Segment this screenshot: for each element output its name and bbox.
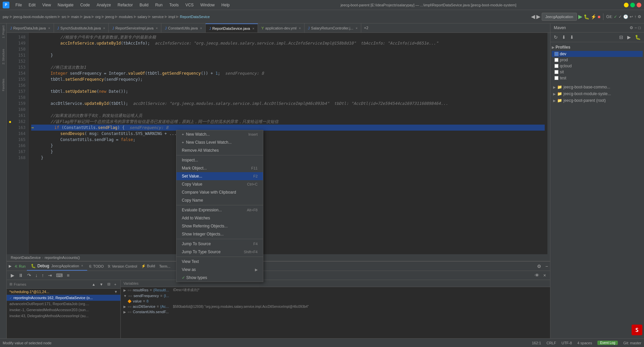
forward-icon[interactable]: ▶	[536, 13, 540, 20]
status-crlf[interactable]: CRLF	[546, 341, 556, 345]
project-tool[interactable]: 1: Project	[1, 23, 6, 40]
maven-profile-dev[interactable]: dev	[552, 51, 643, 57]
tab-reportserviceimpl[interactable]: J ReportServiceImpl.java ×	[109, 23, 161, 33]
status-position[interactable]: 162:1	[532, 341, 541, 345]
gutter-162-bp[interactable]: ●	[7, 119, 13, 125]
expand-sendfreq-icon[interactable]: ▼	[123, 294, 127, 298]
status-git[interactable]: Git: master	[623, 341, 641, 345]
structure-tool[interactable]: 2: Structure	[1, 47, 6, 67]
maven-debug-run-btn[interactable]: 🐛	[634, 34, 642, 41]
tab-constantutils[interactable]: J ConstantUtils.java ×	[161, 23, 206, 33]
ctx-mark-object[interactable]: Mark Object... F11	[176, 164, 263, 172]
step-into-btn[interactable]: ↓	[34, 272, 39, 279]
code-editor[interactable]: ● 148 149 150 151 152 153 154 155 156 15…	[7, 33, 550, 254]
run-config-dropdown[interactable]: JeecgApplication	[542, 13, 577, 21]
event-log-button[interactable]: Event Log	[597, 341, 618, 345]
ctx-show-referring[interactable]: Show Referring Objects...	[176, 222, 263, 230]
stop-icon[interactable]: ■	[598, 14, 600, 19]
ctx-show-types[interactable]: ✓ Show types	[176, 274, 263, 282]
var-accdtlservice[interactable]: ▶ ○○ accDtlService = {Ac... $580bab6d@12…	[121, 304, 550, 309]
maven-collapse-btn[interactable]: ⊟	[618, 34, 625, 41]
var-sendfrequency[interactable]: ▼ ○○ sendFrequency = {I...	[121, 293, 550, 298]
tab-reportdatasevice[interactable]: J ReportDataSevice.java ×	[206, 23, 258, 33]
favorites-tool[interactable]: Favorites	[1, 77, 6, 93]
evaluate-expr-btn[interactable]: ⌨	[55, 272, 64, 279]
maven-project-1[interactable]: ▶ 📁 jeecg-boot-base-commo...	[552, 84, 643, 90]
frames-add-btn[interactable]: +	[113, 282, 118, 287]
frames-filter-btn[interactable]: ⊟	[106, 281, 112, 287]
ctx-new-class-watch[interactable]: +New Class Level Watch...	[176, 138, 263, 146]
maven-minus-icon[interactable]: −	[635, 25, 637, 30]
run-to-cursor-btn[interactable]: ⇥	[47, 272, 53, 279]
tab-reportdatajob[interactable]: J ReportDataJob.java ×	[7, 23, 54, 33]
maven-source-btn[interactable]: ⬇	[569, 34, 575, 41]
resume-btn[interactable]: ▶	[9, 272, 16, 279]
var-value[interactable]: 🔶 value = 8	[121, 298, 550, 304]
status-encoding[interactable]: UTF-8	[561, 341, 572, 345]
ctx-jump-type-source[interactable]: Jump To Type Source Shift+F4	[176, 248, 263, 256]
maven-project-3[interactable]: ▶ 📁 jeecg-boot-parent (root)	[552, 97, 643, 104]
settings-debug-icon[interactable]: ⚙	[535, 264, 543, 269]
frames-down-btn[interactable]: ▼	[98, 282, 105, 287]
ctx-jump-source[interactable]: Jump To Source F4	[176, 240, 263, 248]
ctx-set-value[interactable]: Set Value... F2	[176, 172, 263, 180]
tab-more[interactable]: +2	[361, 23, 371, 32]
ctx-new-watch[interactable]: +New Watch... Insert	[176, 130, 263, 138]
expand-cu-icon[interactable]: ▶	[123, 310, 126, 314]
maven-expand-icon[interactable]: □	[638, 25, 641, 30]
maven-run-btn[interactable]: ▶	[626, 34, 632, 41]
ctx-view-as[interactable]: View as ▶	[176, 266, 263, 274]
tab-debug[interactable]: 🐛 Debug JeecgApplication ×	[27, 262, 87, 271]
maven-download-btn[interactable]: ⬇	[560, 34, 567, 41]
frame-item-0[interactable]: ✓ reportingInAccounts:162, ReportDataSev…	[7, 295, 120, 301]
maven-settings-icon[interactable]: ⚙	[630, 25, 633, 30]
menu-tools[interactable]: Tools	[166, 1, 182, 9]
maximize-button[interactable]: □	[630, 3, 635, 7]
ctx-add-to-watches[interactable]: Add to Watches	[176, 214, 263, 222]
debug-icon[interactable]: 🐛	[584, 14, 589, 19]
menu-window[interactable]: Window	[197, 1, 218, 9]
ctx-compare-clipboard[interactable]: Compare Value with Clipboard	[176, 188, 263, 196]
maven-test-checkbox[interactable]	[554, 76, 558, 80]
code-content[interactable]: //根据专户号和专户名更新数据,更新专户的最新余额 accInfoService…	[29, 33, 547, 254]
ctx-copy-value[interactable]: Copy Value Ctrl+C	[176, 180, 263, 188]
menu-build[interactable]: Build	[136, 1, 152, 9]
var-resultres[interactable]: ▶ ○○ resultRes = {ResultI... tDesc=请求成功)…	[121, 287, 550, 293]
watches-btn[interactable]: 👁	[533, 272, 541, 279]
ctx-remove-watches[interactable]: Remove All Watches	[176, 146, 263, 154]
run-icon[interactable]: ▶	[578, 13, 582, 20]
menu-analyze[interactable]: Analyze	[93, 1, 114, 9]
ctx-inspect[interactable]: Inspect...	[176, 156, 263, 164]
pause-btn[interactable]: ⏸	[17, 272, 24, 279]
maven-project-2[interactable]: ▶ 📁 jeecg-boot-module-syste...	[552, 90, 643, 97]
menu-refactor[interactable]: Refactor	[114, 1, 136, 9]
maven-profile-sit[interactable]: sit	[552, 69, 643, 75]
close-button[interactable]: ×	[637, 3, 641, 7]
maven-profile-test[interactable]: test	[552, 75, 643, 81]
menu-file[interactable]: File	[12, 1, 25, 9]
frame-item-1[interactable]: advanceInOutReport:171, ReportDataJob (o…	[7, 301, 120, 307]
frame-item-3[interactable]: invoke:43, DelegatingMethodAccessorImpl …	[7, 313, 120, 319]
settings-icon[interactable]: ⚙	[638, 14, 641, 19]
menu-edit[interactable]: Edit	[25, 1, 39, 9]
tab-salaryreturncontroller[interactable]: J SalaryReturnController.j... ×	[305, 23, 361, 33]
maven-profile-prod[interactable]: prod	[552, 57, 643, 63]
menu-vcs[interactable]: VCS	[182, 1, 197, 9]
tab-applicationdev[interactable]: Y application-dev.yml ×	[258, 23, 305, 33]
ctx-copy-name[interactable]: Copy Name	[176, 196, 263, 204]
frame-item-2[interactable]: invoke:-1, GeneratedMethodAccessor203 (s…	[7, 307, 120, 313]
step-out-btn[interactable]: ↑	[40, 272, 45, 279]
maven-refresh-btn[interactable]: ↻	[552, 34, 559, 41]
step-over-btn[interactable]: ↷	[26, 272, 33, 279]
frames-up-btn[interactable]: ▲	[91, 282, 97, 287]
menu-view[interactable]: View	[39, 1, 54, 9]
menu-run[interactable]: Run	[152, 1, 166, 9]
menu-help[interactable]: Help	[218, 1, 233, 9]
debug-close-btn[interactable]: ×	[542, 272, 547, 279]
maven-prod-checkbox[interactable]	[554, 58, 558, 62]
status-indent[interactable]: 4 spaces	[577, 341, 592, 345]
minimize-button[interactable]: −	[624, 3, 629, 7]
minimize-debug-icon[interactable]: −	[543, 264, 550, 269]
maven-dev-checkbox[interactable]	[554, 52, 558, 56]
expand-resultres-icon[interactable]: ▶	[123, 288, 126, 292]
